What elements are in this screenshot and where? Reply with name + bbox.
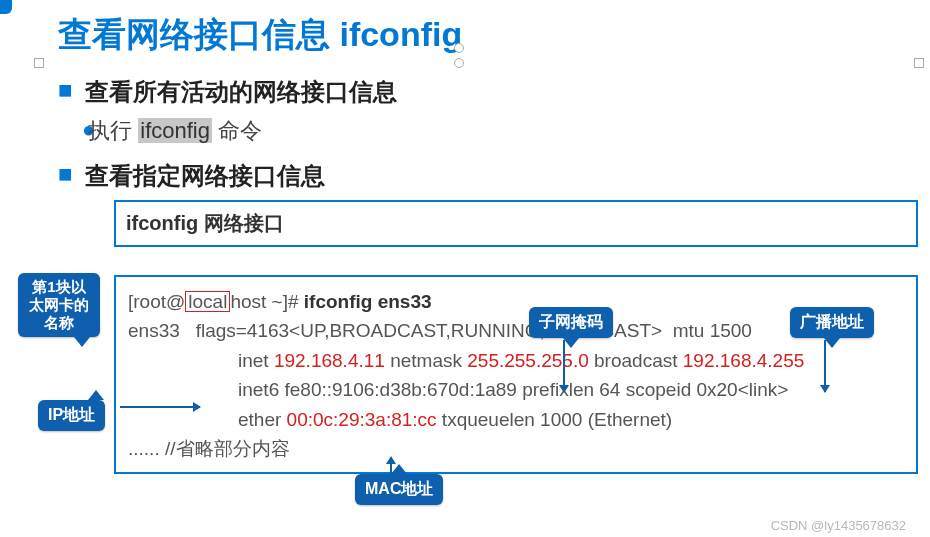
sub-highlight: ifconfig: [138, 118, 212, 143]
slide-body: ■ 查看所有活动的网络接口信息 ● 执行 ifconfig 命令 ■ 查看指定网…: [0, 58, 930, 474]
watermark: CSDN @ly1435678632: [771, 518, 906, 533]
output-line-5: ether 00:0c:29:3a:81:cc txqueuelen 1000 …: [128, 405, 904, 434]
output-line-6: ...... //省略部分内容: [128, 434, 904, 463]
bcast-value: 192.168.4.255: [683, 350, 805, 371]
rotate-handle[interactable]: [454, 43, 464, 53]
sub-post: 命令: [212, 118, 262, 143]
mask-value: 255.255.255.0: [467, 350, 589, 371]
bullet-1-text: 查看所有活动的网络接口信息: [85, 78, 397, 105]
bullet-1-sub: ● 执行 ifconfig 命令: [58, 114, 930, 160]
arrow-bcast: [824, 340, 826, 392]
command-box: ifconfig 网络接口: [114, 200, 918, 247]
output-line-1: [root@localhost ~]# ifconfig ens33: [128, 287, 904, 316]
prompt-post: host ~]#: [230, 291, 303, 312]
callout-broadcast: 广播地址: [790, 307, 874, 338]
output-line-2: ens33 flags=4163<UP,BROADCAST,RUNNING,MU…: [128, 316, 904, 345]
mask-label: netmask: [385, 350, 467, 371]
output-line-3: inet 192.168.4.11 netmask 255.255.255.0 …: [128, 346, 904, 375]
inet6-text: inet6 fe80::9106:d38b:670d:1a89 prefixle…: [238, 379, 788, 400]
bullet-1: ■ 查看所有活动的网络接口信息: [58, 76, 930, 114]
mac-value: 00:0c:29:3a:81:cc: [287, 409, 437, 430]
dot-bullet-icon: ●: [58, 117, 82, 143]
arrow-mask: [563, 340, 565, 392]
prompt-pre: [root@: [128, 291, 185, 312]
callout-mac: MAC地址: [355, 474, 443, 505]
typed-command: ifconfig ens33: [304, 291, 432, 312]
sub-pre: 执行: [88, 118, 138, 143]
callout-nic-name: 第1块以太网卡的名称: [18, 273, 100, 337]
iface-name: ens33: [128, 320, 180, 341]
deco-corner: [0, 0, 12, 14]
callout-netmask: 子网掩码: [529, 307, 613, 338]
terminal-output: [root@localhost ~]# ifconfig ens33 ens33…: [114, 275, 918, 474]
ip-value: 192.168.4.11: [274, 350, 385, 371]
inet-label: inet: [238, 350, 274, 371]
bullet-1-sub-text: 执行 ifconfig 命令: [88, 118, 262, 143]
arrow-mac: [390, 462, 392, 476]
annot-redbox: local: [185, 291, 230, 312]
callout-ip: IP地址: [38, 400, 105, 431]
bullet-2: ■ 查看指定网络接口信息: [58, 160, 930, 200]
bullet-2-text: 查看指定网络接口信息: [85, 162, 325, 189]
ether-post: txqueuelen 1000 (Ethernet): [437, 409, 673, 430]
slide-title: 查看网络接口信息 ifconfig: [0, 0, 930, 58]
square-bullet-icon: ■: [58, 76, 78, 104]
ether-label: ether: [238, 409, 287, 430]
square-bullet-icon: ■: [58, 160, 78, 188]
bcast-label: broadcast: [589, 350, 683, 371]
output-line-4: inet6 fe80::9106:d38b:670d:1a89 prefixle…: [128, 375, 904, 404]
arrow-ip: [120, 406, 200, 408]
mtu-text: mtu 1500: [673, 320, 752, 341]
